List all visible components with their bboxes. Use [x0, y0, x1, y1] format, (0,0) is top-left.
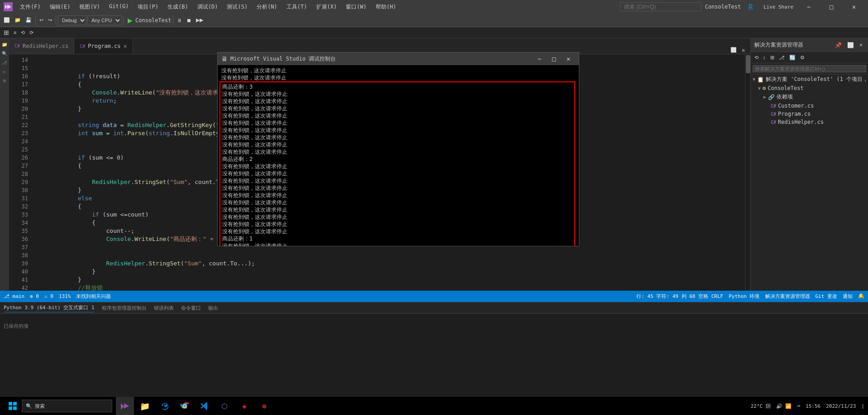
debug-console-content: 没有抢到锁，这次请求停止 没有抢到锁，这次请求停止 商品还剩：3 没有抢到锁，这…: [218, 65, 579, 246]
deps-icon: 🔗: [768, 94, 775, 100]
menu-debug[interactable]: 调试(D): [194, 2, 222, 12]
menu-file[interactable]: 文件(F): [16, 2, 44, 12]
git-status[interactable]: ⎇ main: [4, 293, 24, 299]
minimize-btn[interactable]: −: [798, 0, 819, 14]
close-btn[interactable]: ✕: [844, 0, 864, 14]
menu-help[interactable]: 帮助(H): [372, 2, 400, 12]
toolbar-open[interactable]: 📁: [13, 16, 23, 24]
taskbar-time: 15:56: [806, 403, 820, 409]
taskbar: 🔍 搜索 📁: [0, 397, 868, 415]
menu-analyze[interactable]: 分析(N): [253, 2, 281, 12]
tree-redishelper-cs[interactable]: C# RedisHelper.cs: [762, 118, 868, 126]
vertical-scrollbar[interactable]: [745, 54, 750, 291]
toolbar2-btn1[interactable]: ⊞: [2, 28, 11, 37]
bottom-tab-python[interactable]: Python 3.9 (64-bit) 交互式窗口 1: [4, 303, 95, 312]
tree-deps[interactable]: ▶ 🔗 依赖项: [762, 92, 868, 102]
taskbar-show-desktop[interactable]: |: [861, 403, 864, 409]
se-collapse-btn[interactable]: ↕: [761, 54, 768, 61]
taskbar-vscode[interactable]: [196, 397, 214, 415]
activity-git[interactable]: ⎇: [0, 58, 9, 66]
git-changes-link[interactable]: Git 更改: [816, 293, 838, 300]
error-count[interactable]: ⊗ 0: [30, 293, 39, 299]
taskbar-vs[interactable]: [116, 397, 134, 415]
menu-extensions[interactable]: 扩展(X): [313, 2, 341, 12]
solution-manager-link[interactable]: 解决方案资源管理器: [765, 293, 810, 300]
tab-more[interactable]: ≡: [740, 47, 747, 54]
taskbar-chrome[interactable]: [176, 397, 194, 415]
toolbar2-btn2[interactable]: ≡: [12, 29, 18, 36]
menu-test[interactable]: 测试(S): [223, 2, 251, 12]
tree-project[interactable]: ▼ ⚙ ConsoleTest: [756, 84, 868, 92]
bottom-tab-output[interactable]: 输出: [208, 304, 218, 312]
debug-console-minimize[interactable]: −: [533, 52, 546, 65]
debug-line-20: 没有抢到锁，这次请求停止: [222, 213, 572, 221]
maximize-btn[interactable]: □: [821, 0, 842, 14]
toolbar-pause[interactable]: ⏸: [175, 17, 184, 24]
warning-count[interactable]: ⚠ 0: [44, 293, 53, 299]
close-panel-btn[interactable]: ×: [858, 41, 864, 49]
python-env[interactable]: Python 环境: [729, 293, 759, 300]
toolbar-more[interactable]: ▶▶: [194, 16, 205, 24]
maximize-panel-btn[interactable]: ⬜: [845, 41, 856, 49]
debug-line-15: 没有抢到锁，这次请求停止: [222, 177, 572, 184]
toolbar-new[interactable]: ⬜: [2, 16, 12, 24]
debug-console-maximize[interactable]: □: [547, 52, 561, 65]
menu-edit[interactable]: 编辑(E): [46, 2, 74, 12]
toolbar-undo[interactable]: ↩: [38, 16, 45, 24]
menu-build[interactable]: 生成(B): [164, 2, 192, 12]
menu-tools[interactable]: 工具(T): [283, 2, 311, 12]
toolbar-redo[interactable]: ↪: [46, 16, 54, 24]
bottom-tab-pkg[interactable]: 程序包管理器控制台: [102, 304, 147, 312]
run-btn[interactable]: ▶: [126, 16, 134, 25]
weather-temp: 22°C 阴: [751, 403, 771, 410]
se-properties-btn[interactable]: ⚙: [798, 54, 806, 61]
se-sync-btn[interactable]: ⟲: [753, 54, 760, 61]
menu-view[interactable]: 视图(V): [76, 2, 104, 12]
tab-redishelper[interactable]: C# RedisHelper.cs: [9, 38, 74, 54]
debug-console-close[interactable]: ✕: [562, 52, 575, 65]
taskbar-search[interactable]: 🔍 搜索: [22, 400, 112, 412]
activity-explorer[interactable]: 📁: [0, 40, 9, 48]
cpu-select[interactable]: Any CPU: [87, 15, 122, 25]
tree-solution[interactable]: ▼ 📋 解决方案 'ConsoleTest' (1 个项目，共 1 个): [751, 75, 868, 84]
scrollbar-thumb[interactable]: [746, 55, 750, 73]
start-button[interactable]: [4, 397, 22, 415]
toolbar2-btn4[interactable]: ⟳: [28, 29, 35, 37]
tab-program-close[interactable]: ×: [124, 42, 127, 50]
menu-window[interactable]: 窗口(W): [342, 2, 370, 12]
se-filter-btn[interactable]: ⊞: [768, 54, 776, 61]
debug-mode-select[interactable]: Debug: [58, 15, 86, 25]
debug-line-23: 商品还剩：1: [222, 235, 572, 242]
tab-program[interactable]: C# Program.cs ×: [74, 38, 133, 54]
taskbar-app8[interactable]: ⊗: [255, 397, 273, 415]
taskbar-file-explorer[interactable]: 📁: [136, 397, 154, 415]
solution-search-input[interactable]: [753, 65, 866, 72]
tree-customer-cs[interactable]: C# Customer.cs: [762, 102, 868, 110]
tree-program-cs[interactable]: C# Program.cs: [762, 110, 868, 118]
solution-explorer-title: 解决方案资源管理器: [754, 41, 803, 49]
toolbar-save[interactable]: 💾: [24, 16, 33, 24]
global-search-input[interactable]: [620, 2, 701, 11]
cs-file-icon-1: C#: [771, 104, 776, 108]
taskbar-app7[interactable]: ◈: [235, 397, 253, 415]
bottom-tab-errors[interactable]: 错误列表: [154, 304, 174, 312]
bell-icon[interactable]: 🔔: [858, 293, 864, 300]
system-icons[interactable]: 🔊 📶: [776, 403, 792, 409]
taskbar-edge[interactable]: [156, 397, 174, 415]
toolbar2-btn3[interactable]: ⟲: [19, 29, 27, 37]
taskbar-app6[interactable]: ⬡: [215, 397, 234, 415]
tab-split[interactable]: ⬜: [729, 46, 739, 54]
bottom-tab-cmd[interactable]: 命令窗口: [181, 304, 201, 312]
notifications-link[interactable]: 通知: [843, 293, 853, 300]
pin-btn[interactable]: 📌: [833, 41, 844, 49]
bottom-panel: Python 3.9 (64-bit) 交互式窗口 1 程序包管理器控制台 错误…: [0, 302, 868, 338]
se-git-btn[interactable]: ⎇: [777, 54, 787, 61]
activity-debug[interactable]: ▷: [0, 67, 9, 75]
activity-search[interactable]: 🔍: [0, 49, 9, 57]
se-refresh-btn[interactable]: 🔄: [787, 54, 797, 61]
menu-project[interactable]: 项目(P): [134, 2, 162, 12]
activity-extensions[interactable]: ⊞: [0, 76, 9, 85]
toolbar-stop[interactable]: ⏹: [185, 17, 193, 24]
live-share-btn[interactable]: Live Share: [760, 0, 796, 14]
menu-git[interactable]: Git(G): [105, 2, 132, 12]
